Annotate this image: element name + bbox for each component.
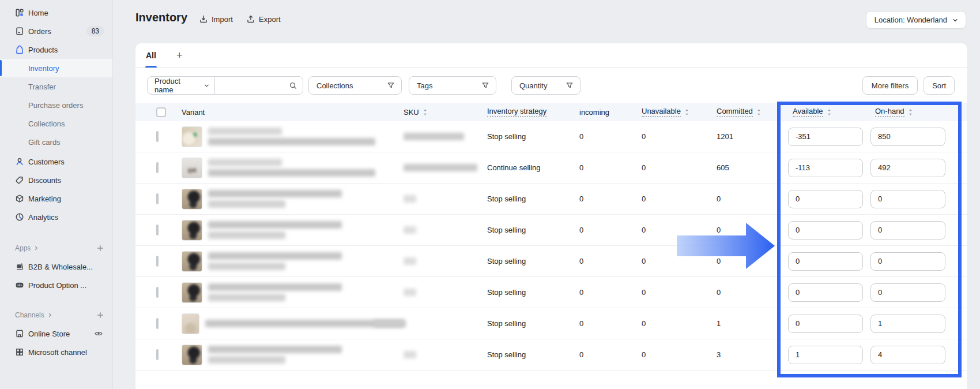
committed-value: 0	[717, 194, 788, 203]
sidebar-item-gift-cards[interactable]: Gift cards	[0, 133, 112, 151]
available-input[interactable]	[788, 252, 863, 271]
row-checkbox[interactable]	[156, 318, 159, 329]
variant-cell[interactable]	[182, 189, 404, 210]
variant-cell[interactable]	[182, 158, 404, 178]
column-header-inventory-strategy[interactable]: Inventory strategy	[487, 107, 579, 117]
import-button[interactable]: Import	[199, 14, 233, 24]
tab-all-label: All	[146, 51, 156, 60]
sidebar-item-products[interactable]: Products	[0, 40, 112, 59]
available-input[interactable]	[788, 346, 863, 364]
table-row: Stop selling 0 0 3	[135, 339, 967, 371]
microsoft-channel-icon	[15, 347, 24, 357]
sidebar-item-home[interactable]: Home	[0, 3, 112, 22]
incoming-value: 0	[579, 194, 642, 203]
column-header-committed[interactable]: Committed	[717, 107, 788, 117]
available-input[interactable]	[788, 283, 863, 302]
inventory-strategy-value: Stop selling	[487, 319, 579, 328]
chevron-down-icon	[203, 83, 210, 89]
sort-button[interactable]: Sort	[924, 76, 955, 95]
search-field-selector[interactable]: Product name	[148, 77, 215, 94]
collections-filter[interactable]: Collections	[308, 76, 402, 95]
unavailable-value: 0	[642, 194, 717, 203]
sidebar-item-label: Analytics	[28, 213, 58, 222]
sidebar-item-customers[interactable]: Customers	[0, 152, 112, 171]
sidebar-item-discounts[interactable]: Discounts	[0, 171, 112, 189]
on-hand-input[interactable]	[870, 283, 945, 302]
on-hand-input[interactable]	[870, 221, 945, 240]
sidebar-item-online-store[interactable]: Online Store	[0, 324, 112, 343]
apps-header-label[interactable]: Apps	[15, 244, 31, 252]
variant-cell[interactable]	[182, 282, 404, 303]
product-name-label: Product name	[154, 77, 200, 94]
column-header-unavailable[interactable]: Unavailable	[642, 107, 717, 117]
on-hand-input[interactable]	[870, 252, 945, 271]
variant-cell[interactable]	[182, 251, 404, 272]
row-checkbox[interactable]	[156, 131, 159, 142]
sidebar-item-analytics[interactable]: Analytics	[0, 208, 112, 226]
eye-icon[interactable]	[94, 329, 103, 338]
incoming-value: 0	[579, 257, 642, 265]
available-input[interactable]	[788, 128, 863, 146]
on-hand-input[interactable]	[870, 190, 945, 208]
variant-cell[interactable]	[182, 313, 404, 334]
available-input[interactable]	[788, 315, 863, 333]
add-channel-button[interactable]	[96, 311, 104, 319]
tags-filter[interactable]: Tags	[409, 76, 496, 95]
sidebar-item-marketing[interactable]: Marketing	[0, 189, 112, 208]
search-input[interactable]	[215, 77, 283, 94]
sort-icon	[684, 109, 690, 116]
row-checkbox[interactable]	[156, 256, 159, 267]
on-hand-input[interactable]	[870, 346, 945, 364]
variant-cell[interactable]	[182, 126, 404, 147]
row-checkbox[interactable]	[156, 287, 159, 298]
on-hand-input[interactable]	[870, 128, 945, 146]
available-input[interactable]	[788, 159, 863, 177]
sort-icon	[907, 109, 914, 116]
quantity-filter-label: Quantity	[519, 81, 547, 90]
sidebar-item-purchase-orders[interactable]: Purchase orders	[0, 96, 112, 114]
row-checkbox[interactable]	[156, 193, 159, 204]
quantity-filter[interactable]: Quantity	[511, 76, 581, 95]
redacted-sku	[404, 289, 416, 296]
on-hand-input[interactable]	[870, 159, 945, 177]
sidebar-item-transfer[interactable]: Transfer	[0, 77, 112, 96]
channels-header-label[interactable]: Channels	[15, 311, 44, 319]
sidebar-item-b2b-wholesale[interactable]: B2B & Wholesale...	[0, 257, 112, 276]
on-hand-input[interactable]	[870, 315, 945, 333]
sidebar-item-microsoft-channel[interactable]: Microsoft channel	[0, 343, 112, 361]
variant-cell[interactable]	[182, 220, 404, 241]
incoming-value: 0	[579, 226, 642, 234]
add-app-button[interactable]	[96, 244, 104, 252]
available-input[interactable]	[788, 190, 863, 208]
row-checkbox[interactable]	[156, 349, 159, 360]
more-filters-button[interactable]: More filters	[862, 76, 918, 95]
inventory-strategy-value: Continue selling	[487, 163, 579, 172]
inventory-strategy-value: Stop selling	[487, 226, 579, 234]
select-all-checkbox[interactable]	[156, 107, 166, 117]
sidebar-item-orders[interactable]: Orders 83	[0, 22, 112, 40]
tab-all[interactable]: All	[145, 43, 157, 68]
column-header-sku[interactable]: SKU	[404, 108, 487, 117]
column-header-variant: Variant	[182, 108, 205, 117]
collections-filter-label: Collections	[316, 81, 353, 90]
add-view-button[interactable]: +	[176, 50, 183, 61]
available-input[interactable]	[788, 221, 863, 240]
inventory-strategy-value: Stop selling	[487, 257, 579, 265]
variant-cell[interactable]	[182, 345, 404, 365]
sidebar-item-collections[interactable]: Collections	[0, 114, 112, 133]
redacted-product-name	[208, 283, 342, 301]
location-selector[interactable]: Location: Wonderland	[866, 11, 966, 29]
sidebar-item-inventory[interactable]: Inventory	[0, 59, 112, 77]
products-icon	[15, 45, 24, 54]
sidebar-item-label: Collections	[28, 119, 65, 128]
column-header-on-hand[interactable]: On-hand	[870, 107, 967, 117]
sidebar-item-label: Purchase orders	[28, 101, 83, 110]
inventory-strategy-value: Stop selling	[487, 288, 579, 297]
row-checkbox[interactable]	[156, 162, 159, 173]
row-checkbox[interactable]	[156, 225, 159, 235]
product-thumbnail	[182, 251, 202, 272]
inventory-strategy-value: Stop selling	[487, 132, 579, 141]
column-header-available[interactable]: Available	[788, 107, 870, 117]
sidebar-item-product-option[interactable]: Product Option ...	[0, 276, 112, 294]
export-button[interactable]: Export	[246, 14, 281, 24]
